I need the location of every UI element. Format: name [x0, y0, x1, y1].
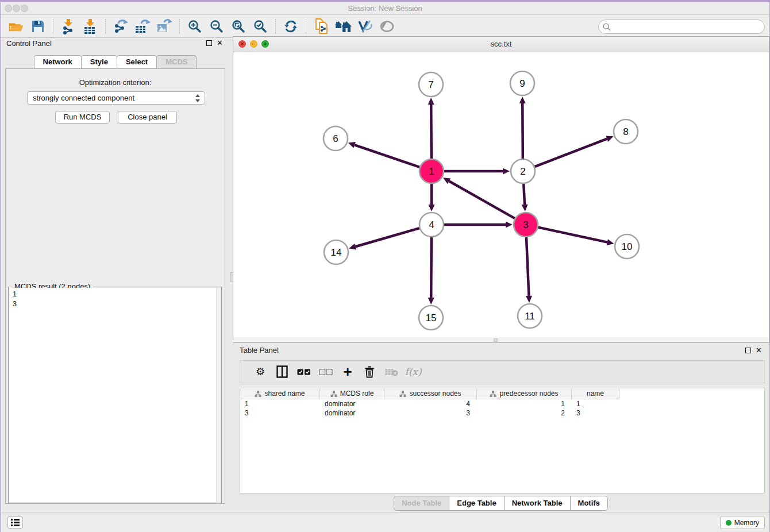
column-label: successor nodes — [409, 390, 461, 398]
tab-motifs[interactable]: Motifs — [570, 496, 608, 511]
table-cell: 3 — [384, 408, 477, 418]
run-mcds-button[interactable]: Run MCDS — [55, 111, 110, 124]
column-header-name[interactable]: name — [572, 388, 619, 399]
sort-hierarchy-icon — [255, 391, 261, 397]
import-table-icon[interactable] — [79, 17, 101, 36]
title-bar: Session: New Session — [1, 2, 769, 15]
refresh-icon[interactable] — [280, 17, 302, 36]
tab-mcds[interactable]: MCDS — [156, 55, 197, 69]
column-header-successor-nodes[interactable]: successor nodes — [384, 388, 477, 399]
splitter-grip[interactable] — [494, 338, 498, 342]
graph-node-label: 1 — [429, 166, 434, 177]
horizontal-splitter[interactable] — [233, 337, 769, 342]
column-label: name — [587, 390, 604, 398]
toolbar-separator — [275, 19, 276, 34]
column-header-shared-name[interactable]: shared name — [240, 388, 320, 399]
network-canvas[interactable]: 1234678910111415 — [233, 52, 769, 338]
criterion-value: strongly connected component — [33, 94, 134, 102]
column-header-MCDS-role[interactable]: MCDS role — [320, 388, 384, 399]
first-neighbors-icon[interactable] — [332, 17, 354, 36]
graph-edge-4-14[interactable] — [356, 228, 419, 246]
zoom-selected-icon[interactable] — [249, 17, 271, 36]
graph-edge-2-3[interactable] — [523, 184, 525, 205]
task-history-button[interactable] — [7, 516, 23, 529]
tab-edge-table[interactable]: Edge Table — [449, 496, 504, 511]
tab-network-table[interactable]: Network Table — [504, 496, 571, 511]
desktop-background: Session: New Session — [0, 0, 770, 532]
toolbar-separator — [105, 19, 106, 34]
mcds-panel: Optimization criterion: strongly connect… — [5, 68, 225, 504]
graph-node-label: 9 — [519, 78, 525, 89]
tab-node-table[interactable]: Node Table — [394, 496, 449, 511]
save-session-icon[interactable] — [27, 17, 49, 36]
tab-network[interactable]: Network — [34, 55, 82, 69]
graph-edge-3-1[interactable] — [449, 181, 514, 218]
tab-style[interactable]: Style — [81, 55, 117, 69]
control-panel-title: Control Panel — [6, 39, 52, 48]
tab-select[interactable]: Select — [117, 55, 157, 69]
sort-hierarchy-icon — [330, 391, 337, 397]
control-panel: Control Panel ✕ NetworkStyleSelectMCDS O… — [1, 36, 230, 512]
mcds-result-area[interactable]: 1 3 — [9, 288, 221, 502]
column-label: predecessor nodes — [499, 390, 558, 398]
graph-node-label: 2 — [520, 166, 525, 177]
delete-table-icon — [380, 363, 402, 380]
graph-node-label: 11 — [525, 311, 535, 322]
gear-icon[interactable]: ⚙ — [249, 363, 271, 380]
memory-button[interactable]: Memory — [720, 516, 765, 529]
search-input[interactable] — [614, 22, 764, 32]
table-float-icon[interactable] — [745, 348, 751, 353]
export-table-icon[interactable] — [132, 17, 153, 36]
table-cell: 3 — [240, 408, 320, 418]
toolbar-separator — [53, 19, 53, 34]
zoom-fit-icon[interactable] — [228, 17, 249, 36]
export-image-icon[interactable] — [153, 17, 175, 36]
graph-edge-1-6[interactable] — [355, 145, 419, 167]
table-cell: 1 — [240, 399, 320, 408]
table-row[interactable]: 1dominator411 — [240, 399, 764, 408]
graph-edge-2-8[interactable] — [535, 139, 607, 167]
network-view-window: × − + scc.txt 1234678910111415 — [233, 36, 769, 343]
graph-arrowhead — [428, 98, 434, 105]
graph-edge-3-10[interactable] — [538, 228, 607, 242]
network-window-title: scc.txt — [233, 40, 769, 48]
close-panel-icon[interactable]: ✕ — [217, 38, 223, 48]
graph-node-label: 4 — [429, 219, 434, 230]
table-tabs: Node TableEdge TableNetwork TableMotifs — [233, 496, 769, 511]
import-network-icon[interactable] — [57, 17, 79, 36]
column-header-predecessor-nodes[interactable]: predecessor nodes — [477, 388, 572, 399]
duplicate-network-icon[interactable] — [310, 17, 332, 36]
result-scrollbar[interactable] — [216, 288, 221, 502]
select-none-icon[interactable] — [315, 363, 337, 380]
graph-arrowhead — [506, 222, 513, 228]
memory-status-icon — [726, 520, 732, 526]
select-all-icon[interactable] — [293, 363, 315, 380]
graph-arrowhead — [428, 298, 434, 304]
graph-arrowhead — [519, 97, 526, 103]
delete-row-icon[interactable] — [359, 363, 380, 380]
optimization-label: Optimization criterion: — [6, 78, 225, 87]
graph-node-label: 7 — [428, 79, 433, 90]
zoom-out-icon[interactable] — [206, 17, 228, 36]
table-row[interactable]: 3dominator323 — [240, 408, 764, 418]
columns-icon[interactable] — [271, 363, 293, 380]
criterion-select[interactable]: strongly connected component — [27, 91, 205, 105]
graph-edge-4-15[interactable] — [431, 237, 432, 298]
export-network-icon[interactable] — [110, 17, 132, 36]
table-cell: 1 — [572, 399, 619, 408]
show-graphics-details-icon[interactable] — [376, 17, 398, 36]
hide-selected-icon[interactable] — [354, 17, 376, 36]
table-close-icon[interactable]: ✕ — [756, 346, 762, 355]
graph-edge-1-7[interactable] — [431, 105, 432, 159]
status-bar: Memory — [1, 512, 769, 532]
table-cell: 2 — [477, 408, 572, 418]
open-file-icon[interactable] — [5, 17, 27, 36]
graph-node-label: 14 — [331, 247, 342, 258]
float-panel-icon[interactable] — [206, 40, 212, 46]
graph-edge-2-9[interactable] — [522, 103, 523, 159]
add-row-icon[interactable]: + — [337, 363, 359, 380]
graph-edge-3-11[interactable] — [526, 237, 529, 296]
zoom-in-icon[interactable] — [184, 17, 206, 36]
app-window: Session: New Session — [1, 2, 769, 532]
close-panel-button[interactable]: Close panel — [118, 111, 177, 124]
